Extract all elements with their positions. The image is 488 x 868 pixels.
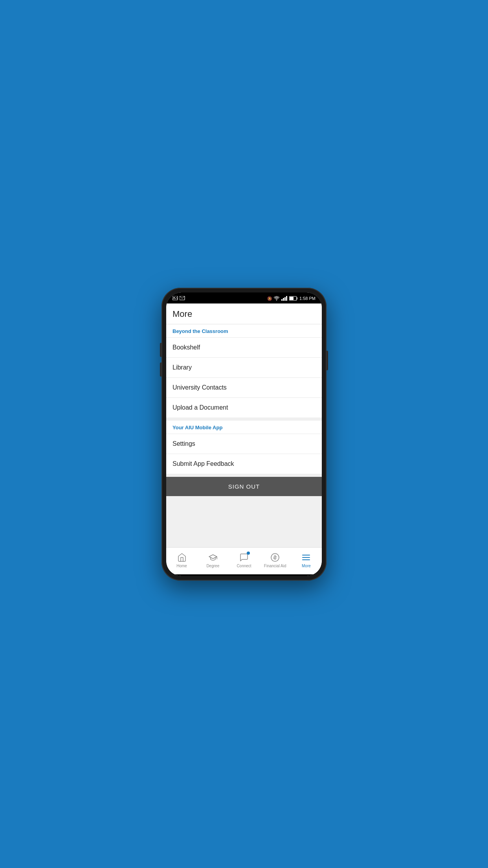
status-bar: 🔕 [166, 292, 322, 303]
more-nav-label: More [302, 564, 311, 568]
beyond-classroom-section: Beyond the Classroom Bookshelf Library U… [166, 324, 322, 417]
menu-item-settings[interactable]: Settings [166, 434, 322, 454]
svg-rect-9 [290, 297, 294, 300]
signal-icon [281, 296, 288, 301]
email-notification-icon [180, 296, 185, 300]
sign-out-button[interactable]: SIGN OUT [166, 477, 322, 496]
menu-item-library[interactable]: Library [166, 358, 322, 378]
aiu-mobile-section: Your AIU Mobile App Settings Submit App … [166, 421, 322, 474]
connect-notification-dot [247, 552, 250, 555]
degree-nav-label: Degree [206, 564, 219, 568]
mute-icon: 🔕 [267, 296, 272, 301]
nav-item-more[interactable]: More [291, 551, 322, 570]
phone-frame: 🔕 [161, 288, 327, 581]
volume-up-button[interactable] [160, 343, 161, 357]
status-notifications [172, 296, 185, 300]
menu-item-upload-document[interactable]: Upload a Document [166, 398, 322, 417]
nav-item-financial-aid[interactable]: Financial Aid [260, 551, 291, 570]
home-nav-label: Home [176, 564, 187, 568]
svg-text:🔕: 🔕 [267, 296, 272, 301]
menu-item-university-contacts[interactable]: University Contacts [166, 378, 322, 398]
aiu-mobile-header: Your AIU Mobile App [166, 421, 322, 434]
svg-rect-4 [281, 299, 283, 301]
image-notification-icon [172, 296, 178, 300]
battery-icon [289, 296, 298, 301]
more-nav-icon [301, 552, 311, 563]
beyond-classroom-header: Beyond the Classroom [166, 324, 322, 338]
home-nav-icon [177, 552, 187, 563]
wifi-icon [273, 296, 280, 301]
home-indicator [166, 574, 322, 576]
connect-nav-label: Connect [237, 564, 251, 568]
bottom-navigation: Home Degree [166, 547, 322, 574]
page-title: More [172, 309, 316, 319]
time-display: 1:58 PM [299, 296, 316, 301]
degree-nav-icon [208, 552, 218, 563]
nav-item-degree[interactable]: Degree [197, 551, 228, 570]
connect-nav-icon [239, 552, 249, 563]
svg-rect-7 [286, 296, 287, 301]
phone-inner: 🔕 [166, 292, 322, 576]
financial-aid-nav-icon [270, 552, 280, 563]
menu-scroll-content[interactable]: Beyond the Classroom Bookshelf Library U… [166, 324, 322, 547]
menu-item-submit-feedback[interactable]: Submit App Feedback [166, 454, 322, 474]
financial-aid-nav-label: Financial Aid [264, 564, 286, 568]
sign-out-container: SIGN OUT [166, 477, 322, 496]
power-button[interactable] [327, 351, 328, 370]
status-indicators: 🔕 [267, 296, 316, 301]
screen: 🔕 [166, 292, 322, 576]
app-content: More Beyond the Classroom Bookshelf Libr… [166, 303, 322, 574]
nav-item-connect[interactable]: Connect [228, 551, 259, 570]
volume-down-button[interactable] [160, 362, 161, 377]
app-header: More [166, 303, 322, 324]
menu-item-bookshelf[interactable]: Bookshelf [166, 338, 322, 358]
svg-rect-6 [284, 297, 286, 301]
nav-item-home[interactable]: Home [166, 551, 197, 570]
svg-rect-5 [283, 298, 284, 301]
